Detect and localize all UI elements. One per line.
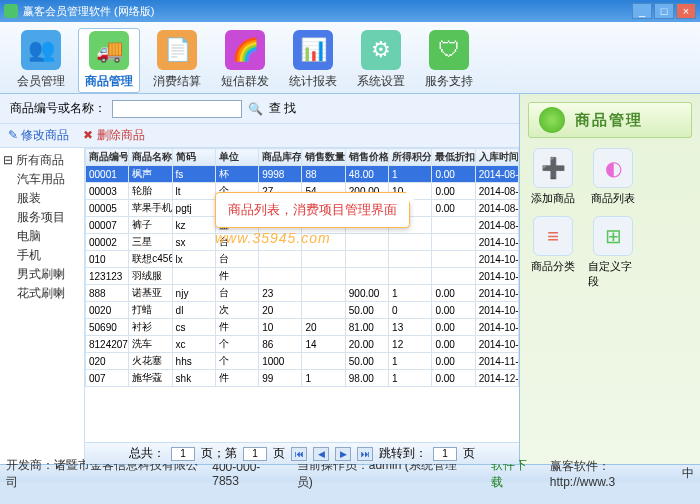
table-cell: 010 — [86, 251, 129, 268]
column-header[interactable]: 单位 — [215, 149, 258, 166]
table-row[interactable]: 010联想c456lx台2014-10-03 16 — [86, 251, 519, 268]
action-bar: ✎ 修改商品 ✖ 删除商品 — [0, 124, 519, 148]
tree-item[interactable]: 手机 — [3, 246, 81, 265]
content-area: ⊟ 所有商品汽车用品服装服务项目电脑手机男式刷喇花式刷喇 商品编号商品名称简码单… — [0, 148, 519, 464]
maximize-button[interactable]: □ — [654, 3, 674, 19]
consume-label: 消费结算 — [153, 73, 201, 90]
pager-first[interactable]: ⏮ — [291, 447, 307, 461]
table-row[interactable]: 888诺基亚njy台23900.0010.002014-10-09 10 — [86, 285, 519, 302]
panel-category-button[interactable]: ≡商品分类 — [528, 216, 578, 289]
panel-add-button[interactable]: ➕添加商品 — [528, 148, 578, 206]
tree-root[interactable]: ⊟ 所有商品 — [3, 151, 81, 170]
pager-jump-suffix: 页 — [463, 445, 475, 462]
table-cell: fs — [172, 166, 215, 183]
table-cell: hhs — [172, 353, 215, 370]
search-icon[interactable]: 🔍 — [248, 102, 263, 116]
pager-next[interactable]: ▶ — [335, 447, 351, 461]
table-row[interactable]: 007施华蔻shk件99198.0010.002014-12-11 20 — [86, 370, 519, 387]
status-bar: 开发商：诸暨市金客信息科技有限公司 400-000-7853 当前操作员：adm… — [0, 464, 700, 482]
delete-product-link[interactable]: ✖ 删除商品 — [83, 127, 144, 144]
toolbar-product[interactable]: 🚚商品管理 — [78, 28, 140, 93]
product-icon: 🚚 — [89, 31, 129, 70]
table-row[interactable]: 123123羽绒服件2014-10-04 16 — [86, 268, 519, 285]
table-row[interactable]: 00001枫声fs杯99988848.0010.002014-08-19 10 — [86, 166, 519, 183]
minimize-button[interactable]: _ — [632, 3, 652, 19]
table-cell: 8124207001 — [86, 336, 129, 353]
table-cell — [302, 251, 345, 268]
toolbar-consume[interactable]: 📄消费结算 — [146, 28, 208, 93]
toolbar-report[interactable]: 📊统计报表 — [282, 28, 344, 93]
table-cell: 20 — [259, 302, 302, 319]
pager-total-label: 总共： — [129, 445, 165, 462]
toolbar-setting[interactable]: ⚙系统设置 — [350, 28, 412, 93]
tree-item[interactable]: 汽车用品 — [3, 170, 81, 189]
table-cell: njy — [172, 285, 215, 302]
column-header[interactable]: 入库时间 — [475, 149, 518, 166]
table-cell — [389, 268, 432, 285]
table-row[interactable]: 0020打蜡dl次2050.0000.002014-10-16 11 — [86, 302, 519, 319]
column-header[interactable]: 简码 — [172, 149, 215, 166]
column-header[interactable]: 商品编号 — [86, 149, 129, 166]
product-grid: 商品编号商品名称简码单位商品库存销售数量销售价格所得积分最低折扣入库时间0000… — [85, 148, 519, 464]
pager-page-suffix: 页 — [273, 445, 285, 462]
table-cell: 12 — [389, 336, 432, 353]
table-cell: 13 — [389, 319, 432, 336]
tree-item[interactable]: 服务项目 — [3, 208, 81, 227]
report-label: 统计报表 — [289, 73, 337, 90]
table-cell: 900.00 — [345, 285, 388, 302]
search-input[interactable] — [112, 100, 242, 118]
table-row[interactable]: 8124207001洗车xc个861420.00120.002014-10-28… — [86, 336, 519, 353]
toolbar-support[interactable]: 🛡服务支持 — [418, 28, 480, 93]
table-cell — [172, 268, 215, 285]
column-header[interactable]: 最低折扣 — [432, 149, 475, 166]
column-header[interactable]: 所得积分 — [389, 149, 432, 166]
list-icon: ◐ — [593, 148, 633, 188]
table-cell: 2014-11-28 11 — [475, 353, 518, 370]
table-cell — [302, 302, 345, 319]
titlebar: 赢客会员管理软件 (网络版) _ □ × — [0, 0, 700, 22]
table-cell: 0.00 — [432, 183, 475, 200]
table-row[interactable]: 50690衬衫cs件102081.00130.002014-10-28 10 — [86, 319, 519, 336]
pager-last[interactable]: ⏭ — [357, 447, 373, 461]
modify-product-link[interactable]: ✎ 修改商品 — [8, 127, 69, 144]
table-cell: 00002 — [86, 234, 129, 251]
pager-total-input[interactable] — [171, 447, 195, 461]
table-cell: 50690 — [86, 319, 129, 336]
table-cell — [302, 353, 345, 370]
tree-item[interactable]: 男式刷喇 — [3, 265, 81, 284]
toolbar-sms[interactable]: 🌈短信群发 — [214, 28, 276, 93]
table-cell: 衬衫 — [129, 319, 172, 336]
table-cell: 0.00 — [432, 353, 475, 370]
toolbar-member[interactable]: 👥会员管理 — [10, 28, 72, 93]
table-cell: 台 — [215, 251, 258, 268]
column-header[interactable]: 销售价格 — [345, 149, 388, 166]
close-button[interactable]: × — [676, 3, 696, 19]
product-table: 商品编号商品名称简码单位商品库存销售数量销售价格所得积分最低折扣入库时间0000… — [85, 148, 519, 387]
column-header[interactable]: 商品名称 — [129, 149, 172, 166]
app-icon — [4, 4, 18, 18]
panel-custom-button[interactable]: ⊞自定义字段 — [588, 216, 638, 289]
table-cell: 1 — [389, 370, 432, 387]
tree-item[interactable]: 花式刷喇 — [3, 284, 81, 303]
main-content: 商品编号或名称： 🔍 查 找 ✎ 修改商品 ✖ 删除商品 ⊟ 所有商品汽车用品服… — [0, 94, 700, 464]
category-icon: ≡ — [533, 216, 573, 256]
category-label: 商品分类 — [531, 259, 575, 274]
add-icon: ➕ — [533, 148, 573, 188]
status-site: 赢客软件：http://www.3 — [550, 458, 668, 489]
member-icon: 👥 — [21, 30, 61, 70]
table-cell: cs — [172, 319, 215, 336]
pager-prev[interactable]: ◀ — [313, 447, 329, 461]
column-header[interactable]: 销售数量 — [302, 149, 345, 166]
pager-page-input[interactable] — [243, 447, 267, 461]
tree-item[interactable]: 电脑 — [3, 227, 81, 246]
search-button[interactable]: 查 找 — [269, 100, 296, 117]
column-header[interactable]: 商品库存 — [259, 149, 302, 166]
table-cell: 个 — [215, 353, 258, 370]
tree-item[interactable]: 服装 — [3, 189, 81, 208]
support-label: 服务支持 — [425, 73, 473, 90]
support-icon: 🛡 — [429, 30, 469, 70]
panel-list-button[interactable]: ◐商品列表 — [588, 148, 638, 206]
table-row[interactable]: 020火花塞hhs个100050.0010.002014-11-28 11 — [86, 353, 519, 370]
pager-jump-input[interactable] — [433, 447, 457, 461]
table-cell: 99 — [259, 370, 302, 387]
